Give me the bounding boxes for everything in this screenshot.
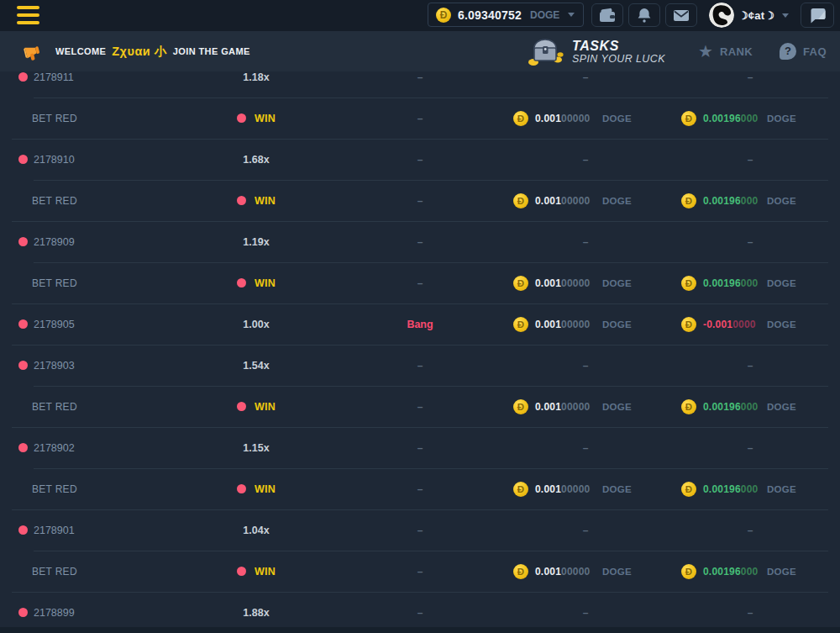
doge-coin-icon: Ð <box>681 564 696 579</box>
profit-coin: Ð <box>681 262 696 303</box>
doge-coin-icon: Ð <box>681 193 696 208</box>
profit-empty: – <box>715 139 785 180</box>
profit-currency: DOGE <box>767 386 796 427</box>
announcement-banner: WELCOME Ζχυαи 小 JOIN THE GAME TASKS SPIN… <box>0 31 840 71</box>
bet-currency: DOGE <box>602 98 632 139</box>
result-cell: WIN <box>193 551 319 592</box>
bet-amount: 0.00100000 <box>535 468 590 509</box>
chat-bubble-icon <box>807 5 827 25</box>
profit-coin: Ð <box>681 386 696 427</box>
notifications-button[interactable] <box>628 3 660 27</box>
multiplier-cell: 1.54x <box>193 345 319 386</box>
tasks-title: TASKS <box>572 39 665 53</box>
bust-cell: – <box>353 509 487 551</box>
profit-amount: 0.00196000 <box>703 262 758 303</box>
bust-cell: – <box>353 139 487 180</box>
bell-icon <box>635 6 654 24</box>
multiplier-value: 1.19x <box>243 236 269 248</box>
wallet-button[interactable] <box>591 3 623 27</box>
result-color-dot <box>237 113 246 123</box>
bet-label: BET RED <box>32 195 77 207</box>
bet-currency: DOGE <box>602 386 632 427</box>
bet-amount: 0.00100000 <box>535 551 590 592</box>
bet-label-cell: BET RED <box>18 262 186 303</box>
user-avatar[interactable] <box>709 3 734 28</box>
doge-coin-icon: Ð <box>513 111 528 126</box>
faq-label: FAQ <box>803 45 827 58</box>
welcome-suffix: JOIN THE GAME <box>173 46 250 56</box>
balance-selector[interactable]: Ð 6.09340752 DOGE <box>428 3 584 27</box>
doge-coin-icon: Ð <box>513 482 528 497</box>
result-color-dot <box>237 567 246 576</box>
result-cell: WIN <box>193 468 319 509</box>
tasks-promo[interactable]: TASKS SPIN YOUR LUCK <box>527 31 665 71</box>
bet-row[interactable]: BET REDWIN–Ð0.00100000DOGEÐ0.00196000DOG… <box>0 551 840 592</box>
doge-coin-icon: Ð <box>513 193 528 208</box>
game-row[interactable]: 21789111.18x––– <box>0 71 840 98</box>
bet-amount-empty: – <box>550 427 621 468</box>
envelope-icon <box>671 7 691 24</box>
multiplier-value: 1.00x <box>243 319 269 330</box>
bet-currency: DOGE <box>602 551 632 592</box>
bet-row[interactable]: BET REDWIN–Ð0.00100000DOGEÐ0.00196000DOG… <box>0 98 840 139</box>
game-color-dot <box>18 319 28 329</box>
bet-row[interactable]: BET REDWIN–Ð0.00100000DOGEÐ0.00196000DOG… <box>0 468 840 509</box>
result-color-dot <box>237 196 246 205</box>
profit-empty: – <box>715 345 785 386</box>
doge-coin-icon: Ð <box>513 276 528 291</box>
game-id-cell: 2178910 <box>18 139 186 180</box>
user-menu[interactable]: ☽¢at☽ <box>738 0 789 31</box>
profit-coin: Ð <box>681 98 696 139</box>
bet-label: BET RED <box>32 483 77 495</box>
caret-down-icon <box>568 13 575 17</box>
empty-dash: – <box>417 566 423 578</box>
bet-row[interactable]: BET REDWIN–Ð0.00100000DOGEÐ0.00196000DOG… <box>0 386 840 427</box>
bet-row[interactable]: BET REDWIN–Ð0.00100000DOGEÐ0.00196000DOG… <box>0 180 840 221</box>
profit-coin: Ð <box>681 303 696 345</box>
game-id-cell: 2178902 <box>18 427 186 468</box>
treasure-chest-icon <box>527 34 564 68</box>
bust-cell: – <box>353 468 487 509</box>
multiplier-value: 1.68x <box>243 154 269 166</box>
doge-coin-icon: Ð <box>681 399 696 414</box>
game-id: 2178905 <box>34 319 75 330</box>
doge-coin-icon: Ð <box>513 564 528 579</box>
bet-amount-empty: – <box>550 345 621 386</box>
messages-button[interactable] <box>665 3 697 27</box>
game-color-dot <box>18 237 28 246</box>
hamburger-menu-icon[interactable] <box>17 6 39 24</box>
empty-dash: – <box>417 236 423 248</box>
game-row[interactable]: 21789021.15x––– <box>0 427 840 468</box>
balance-currency: DOGE <box>530 9 559 21</box>
bet-amount: 0.00100000 <box>535 180 590 221</box>
result-cell: WIN <box>193 386 319 427</box>
table-bottom-edge <box>0 627 840 633</box>
profit-coin: Ð <box>681 180 696 221</box>
game-id: 2178910 <box>34 154 75 166</box>
faq-link[interactable]: ? FAQ <box>780 31 827 71</box>
caret-down-icon <box>782 13 789 18</box>
game-row[interactable]: 21789051.00xBangÐ0.00100000DOGEÐ-0.00100… <box>0 303 840 345</box>
profit-empty: – <box>715 71 785 98</box>
game-row[interactable]: 21789011.04x––– <box>0 509 840 551</box>
game-row[interactable]: 21789101.68x––– <box>0 139 840 180</box>
bet-label-cell: BET RED <box>18 386 186 427</box>
multiplier-value: 1.18x <box>243 71 269 83</box>
game-id-cell: 2178905 <box>18 303 186 345</box>
game-id: 2178911 <box>34 71 74 83</box>
bet-label: BET RED <box>32 113 77 124</box>
bet-label: BET RED <box>32 401 77 413</box>
bet-row[interactable]: BET REDWIN–Ð0.00100000DOGEÐ0.00196000DOG… <box>0 262 840 303</box>
game-row[interactable]: 21789091.19x––– <box>0 221 840 262</box>
result-label: WIN <box>255 401 276 413</box>
rank-link[interactable]: ★ RANK <box>698 31 753 71</box>
wallet-icon <box>596 6 618 24</box>
bet-amount: 0.00100000 <box>535 303 590 345</box>
bust-cell: Bang <box>353 303 487 345</box>
game-row[interactable]: 21789031.54x––– <box>0 345 840 386</box>
multiplier-cell: 1.68x <box>193 139 319 180</box>
chat-button[interactable] <box>801 3 834 28</box>
game-id: 2178902 <box>34 442 75 454</box>
game-color-dot <box>18 443 28 452</box>
doge-coin-icon: Ð <box>681 111 696 126</box>
